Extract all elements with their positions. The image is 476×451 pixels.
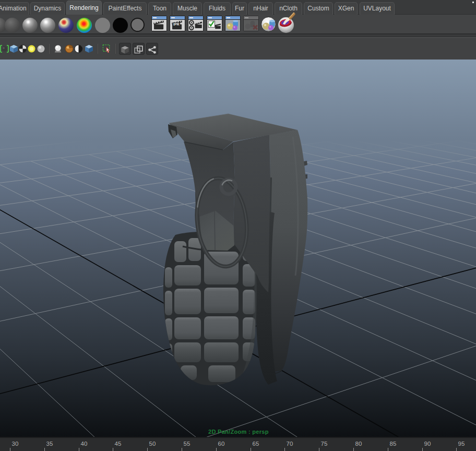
- svg-text:2D Pan/Zoom : persp: 2D Pan/Zoom : persp: [208, 429, 269, 435]
